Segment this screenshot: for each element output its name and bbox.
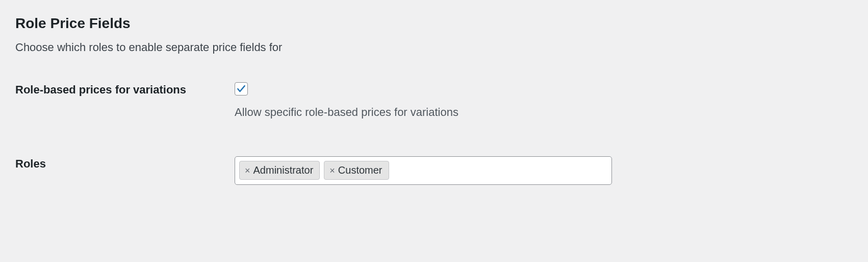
variations-checkbox[interactable] — [235, 82, 248, 96]
section-description: Choose which roles to enable separate pr… — [15, 41, 853, 54]
field-row-variations: Role-based prices for variations Allow s… — [15, 82, 853, 121]
role-tag-label: Administrator — [253, 164, 314, 176]
check-icon — [236, 84, 246, 94]
role-tag-label: Customer — [338, 164, 382, 176]
role-tag: ×Administrator — [239, 161, 320, 180]
roles-multiselect[interactable]: ×Administrator×Customer — [235, 156, 612, 185]
section-title: Role Price Fields — [15, 15, 853, 32]
variations-label: Role-based prices for variations — [15, 82, 224, 98]
roles-label: Roles — [15, 156, 224, 172]
remove-tag-icon[interactable]: × — [244, 166, 251, 175]
field-row-roles: Roles ×Administrator×Customer — [15, 156, 853, 185]
role-tag: ×Customer — [324, 161, 389, 180]
variations-description: Allow specific role-based prices for var… — [235, 105, 853, 121]
remove-tag-icon[interactable]: × — [328, 166, 336, 175]
